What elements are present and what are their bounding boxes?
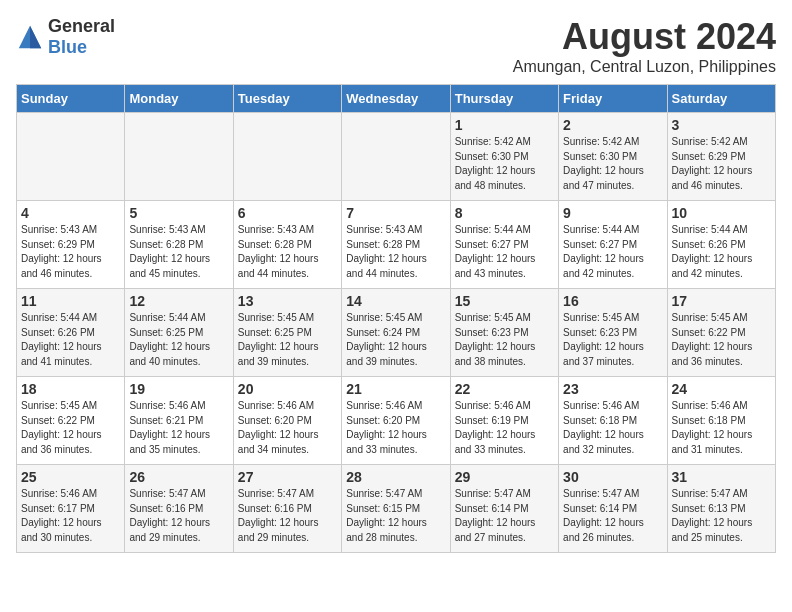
- day-number: 4: [21, 205, 120, 221]
- calendar-cell: 8Sunrise: 5:44 AM Sunset: 6:27 PM Daylig…: [450, 201, 558, 289]
- calendar-cell: [17, 113, 125, 201]
- day-info: Sunrise: 5:45 AM Sunset: 6:25 PM Dayligh…: [238, 311, 337, 369]
- calendar-cell: 29Sunrise: 5:47 AM Sunset: 6:14 PM Dayli…: [450, 465, 558, 553]
- day-info: Sunrise: 5:45 AM Sunset: 6:23 PM Dayligh…: [563, 311, 662, 369]
- day-info: Sunrise: 5:46 AM Sunset: 6:20 PM Dayligh…: [346, 399, 445, 457]
- calendar-cell: 17Sunrise: 5:45 AM Sunset: 6:22 PM Dayli…: [667, 289, 775, 377]
- day-number: 27: [238, 469, 337, 485]
- day-number: 8: [455, 205, 554, 221]
- day-number: 28: [346, 469, 445, 485]
- day-number: 18: [21, 381, 120, 397]
- calendar-table: SundayMondayTuesdayWednesdayThursdayFrid…: [16, 84, 776, 553]
- calendar-cell: 16Sunrise: 5:45 AM Sunset: 6:23 PM Dayli…: [559, 289, 667, 377]
- calendar-cell: 9Sunrise: 5:44 AM Sunset: 6:27 PM Daylig…: [559, 201, 667, 289]
- day-number: 21: [346, 381, 445, 397]
- title-area: August 2024 Amungan, Central Luzon, Phil…: [513, 16, 776, 76]
- day-number: 22: [455, 381, 554, 397]
- day-info: Sunrise: 5:44 AM Sunset: 6:25 PM Dayligh…: [129, 311, 228, 369]
- day-info: Sunrise: 5:42 AM Sunset: 6:30 PM Dayligh…: [455, 135, 554, 193]
- day-info: Sunrise: 5:47 AM Sunset: 6:14 PM Dayligh…: [563, 487, 662, 545]
- day-header-saturday: Saturday: [667, 85, 775, 113]
- day-info: Sunrise: 5:47 AM Sunset: 6:14 PM Dayligh…: [455, 487, 554, 545]
- calendar-cell: 20Sunrise: 5:46 AM Sunset: 6:20 PM Dayli…: [233, 377, 341, 465]
- calendar-cell: 25Sunrise: 5:46 AM Sunset: 6:17 PM Dayli…: [17, 465, 125, 553]
- calendar-cell: [342, 113, 450, 201]
- calendar-cell: 27Sunrise: 5:47 AM Sunset: 6:16 PM Dayli…: [233, 465, 341, 553]
- day-header-monday: Monday: [125, 85, 233, 113]
- calendar-cell: 28Sunrise: 5:47 AM Sunset: 6:15 PM Dayli…: [342, 465, 450, 553]
- day-number: 12: [129, 293, 228, 309]
- logo-text: General Blue: [48, 16, 115, 58]
- calendar-cell: 13Sunrise: 5:45 AM Sunset: 6:25 PM Dayli…: [233, 289, 341, 377]
- day-info: Sunrise: 5:42 AM Sunset: 6:29 PM Dayligh…: [672, 135, 771, 193]
- day-number: 31: [672, 469, 771, 485]
- day-number: 7: [346, 205, 445, 221]
- logo-icon: [16, 23, 44, 51]
- day-info: Sunrise: 5:47 AM Sunset: 6:16 PM Dayligh…: [238, 487, 337, 545]
- day-info: Sunrise: 5:44 AM Sunset: 6:26 PM Dayligh…: [21, 311, 120, 369]
- header: General Blue August 2024 Amungan, Centra…: [16, 16, 776, 76]
- calendar-cell: 30Sunrise: 5:47 AM Sunset: 6:14 PM Dayli…: [559, 465, 667, 553]
- day-number: 10: [672, 205, 771, 221]
- calendar-cell: 7Sunrise: 5:43 AM Sunset: 6:28 PM Daylig…: [342, 201, 450, 289]
- calendar-cell: 31Sunrise: 5:47 AM Sunset: 6:13 PM Dayli…: [667, 465, 775, 553]
- day-number: 30: [563, 469, 662, 485]
- day-info: Sunrise: 5:46 AM Sunset: 6:21 PM Dayligh…: [129, 399, 228, 457]
- calendar-cell: 11Sunrise: 5:44 AM Sunset: 6:26 PM Dayli…: [17, 289, 125, 377]
- calendar-cell: 2Sunrise: 5:42 AM Sunset: 6:30 PM Daylig…: [559, 113, 667, 201]
- calendar-cell: 22Sunrise: 5:46 AM Sunset: 6:19 PM Dayli…: [450, 377, 558, 465]
- day-number: 15: [455, 293, 554, 309]
- day-header-friday: Friday: [559, 85, 667, 113]
- week-row-3: 11Sunrise: 5:44 AM Sunset: 6:26 PM Dayli…: [17, 289, 776, 377]
- day-info: Sunrise: 5:43 AM Sunset: 6:28 PM Dayligh…: [238, 223, 337, 281]
- calendar-cell: 15Sunrise: 5:45 AM Sunset: 6:23 PM Dayli…: [450, 289, 558, 377]
- day-info: Sunrise: 5:47 AM Sunset: 6:16 PM Dayligh…: [129, 487, 228, 545]
- calendar-cell: 19Sunrise: 5:46 AM Sunset: 6:21 PM Dayli…: [125, 377, 233, 465]
- month-title: August 2024: [513, 16, 776, 58]
- location-title: Amungan, Central Luzon, Philippines: [513, 58, 776, 76]
- day-info: Sunrise: 5:45 AM Sunset: 6:24 PM Dayligh…: [346, 311, 445, 369]
- day-info: Sunrise: 5:47 AM Sunset: 6:13 PM Dayligh…: [672, 487, 771, 545]
- calendar-cell: 1Sunrise: 5:42 AM Sunset: 6:30 PM Daylig…: [450, 113, 558, 201]
- day-info: Sunrise: 5:42 AM Sunset: 6:30 PM Dayligh…: [563, 135, 662, 193]
- day-info: Sunrise: 5:45 AM Sunset: 6:23 PM Dayligh…: [455, 311, 554, 369]
- day-header-thursday: Thursday: [450, 85, 558, 113]
- week-row-4: 18Sunrise: 5:45 AM Sunset: 6:22 PM Dayli…: [17, 377, 776, 465]
- week-row-5: 25Sunrise: 5:46 AM Sunset: 6:17 PM Dayli…: [17, 465, 776, 553]
- calendar-cell: 12Sunrise: 5:44 AM Sunset: 6:25 PM Dayli…: [125, 289, 233, 377]
- week-row-2: 4Sunrise: 5:43 AM Sunset: 6:29 PM Daylig…: [17, 201, 776, 289]
- calendar-cell: 26Sunrise: 5:47 AM Sunset: 6:16 PM Dayli…: [125, 465, 233, 553]
- calendar-cell: 23Sunrise: 5:46 AM Sunset: 6:18 PM Dayli…: [559, 377, 667, 465]
- day-info: Sunrise: 5:43 AM Sunset: 6:29 PM Dayligh…: [21, 223, 120, 281]
- calendar-cell: [233, 113, 341, 201]
- logo-blue: Blue: [48, 37, 87, 57]
- day-info: Sunrise: 5:46 AM Sunset: 6:18 PM Dayligh…: [672, 399, 771, 457]
- calendar-cell: [125, 113, 233, 201]
- calendar-cell: 10Sunrise: 5:44 AM Sunset: 6:26 PM Dayli…: [667, 201, 775, 289]
- calendar-cell: 21Sunrise: 5:46 AM Sunset: 6:20 PM Dayli…: [342, 377, 450, 465]
- day-info: Sunrise: 5:45 AM Sunset: 6:22 PM Dayligh…: [21, 399, 120, 457]
- day-number: 13: [238, 293, 337, 309]
- day-header-sunday: Sunday: [17, 85, 125, 113]
- day-number: 6: [238, 205, 337, 221]
- day-number: 9: [563, 205, 662, 221]
- day-info: Sunrise: 5:43 AM Sunset: 6:28 PM Dayligh…: [129, 223, 228, 281]
- day-number: 11: [21, 293, 120, 309]
- day-info: Sunrise: 5:46 AM Sunset: 6:17 PM Dayligh…: [21, 487, 120, 545]
- svg-marker-1: [30, 26, 41, 48]
- logo: General Blue: [16, 16, 115, 58]
- day-number: 16: [563, 293, 662, 309]
- day-info: Sunrise: 5:44 AM Sunset: 6:27 PM Dayligh…: [563, 223, 662, 281]
- day-number: 25: [21, 469, 120, 485]
- day-info: Sunrise: 5:44 AM Sunset: 6:26 PM Dayligh…: [672, 223, 771, 281]
- days-header-row: SundayMondayTuesdayWednesdayThursdayFrid…: [17, 85, 776, 113]
- day-info: Sunrise: 5:46 AM Sunset: 6:18 PM Dayligh…: [563, 399, 662, 457]
- calendar-cell: 18Sunrise: 5:45 AM Sunset: 6:22 PM Dayli…: [17, 377, 125, 465]
- day-info: Sunrise: 5:45 AM Sunset: 6:22 PM Dayligh…: [672, 311, 771, 369]
- day-info: Sunrise: 5:46 AM Sunset: 6:19 PM Dayligh…: [455, 399, 554, 457]
- calendar-cell: 14Sunrise: 5:45 AM Sunset: 6:24 PM Dayli…: [342, 289, 450, 377]
- day-number: 24: [672, 381, 771, 397]
- day-info: Sunrise: 5:46 AM Sunset: 6:20 PM Dayligh…: [238, 399, 337, 457]
- calendar-cell: 6Sunrise: 5:43 AM Sunset: 6:28 PM Daylig…: [233, 201, 341, 289]
- week-row-1: 1Sunrise: 5:42 AM Sunset: 6:30 PM Daylig…: [17, 113, 776, 201]
